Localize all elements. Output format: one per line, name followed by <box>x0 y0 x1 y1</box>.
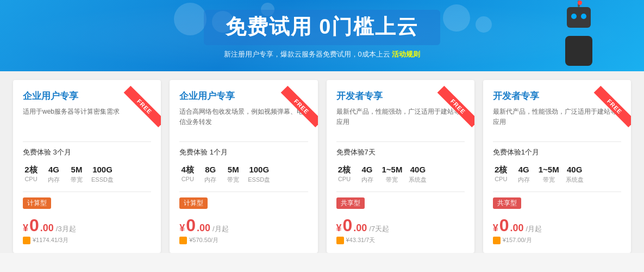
spec-item: 1~5M 带宽 <box>382 165 403 184</box>
specs-row: 4核 CPU 8G 内存 5M 带宽 100G ESSD盘 <box>179 165 308 184</box>
price-integer: 0 <box>186 217 196 234</box>
spec-item: 2核 CPU <box>493 165 509 182</box>
trial-period: 免费体验1个月 <box>493 147 621 157</box>
specs-row: 2核 CPU 4G 内存 1~5M 带宽 40G 系统盘 <box>493 165 621 184</box>
trial-period: 免费体验7天 <box>336 147 465 157</box>
price-original: ¥1174.41/3月 <box>23 236 151 244</box>
card-desc: 适合高网络包收发场景，例如视频弹幕、电信业务转发 <box>179 107 308 134</box>
price-main: ¥ 0 .00 /月起 <box>179 217 308 234</box>
card-desc: 最新代产品，性能强劲，广泛适用于建站等应用 <box>493 107 621 134</box>
price-integer: 0 <box>343 217 353 234</box>
card-desc: 最新代产品，性能强劲，广泛适用于建站等应用 <box>336 107 465 134</box>
price-original: ¥570.50/月 <box>179 236 308 244</box>
card-divider <box>179 141 308 142</box>
card-divider-2 <box>336 191 465 192</box>
spec-item: 40G 系统盘 <box>409 165 427 184</box>
price-period: /月起 <box>526 224 542 234</box>
specs-row: 2核 CPU 4G 内存 5M 带宽 100G ESSD盘 <box>23 165 151 184</box>
price-section: ¥ 0 .00 /3月起 ¥1174.41/3月 <box>23 217 151 244</box>
spec-item: 4G 内存 <box>516 165 532 184</box>
price-decimal: .00 <box>197 222 210 234</box>
banner-title: 免费试用 0门槛上云 <box>204 10 441 45</box>
price-decimal: .00 <box>40 222 54 234</box>
header-banner: 免费试用 0门槛上云 新注册用户专享，爆款云服务器免费试用，0成本上云 活动规则 <box>0 0 644 71</box>
price-main: ¥ 0 .00 /3月起 <box>23 217 151 234</box>
type-badge: 共享型 <box>336 197 365 209</box>
price-original-text: ¥43.31/7天 <box>346 236 376 244</box>
price-original-text: ¥570.50/月 <box>189 236 218 244</box>
spec-item: 100G ESSD盘 <box>248 165 270 184</box>
price-symbol: ¥ <box>23 222 28 234</box>
card-divider-2 <box>23 191 151 192</box>
spec-item: 8G 内存 <box>202 165 218 184</box>
spec-item: 1~5M 带宽 <box>539 165 559 184</box>
type-badge: 计算型 <box>23 197 51 209</box>
price-decimal: .00 <box>353 222 367 234</box>
activity-rules-link[interactable]: 活动规则 <box>392 50 420 58</box>
price-section: ¥ 0 .00 /月起 ¥157.00/月 <box>493 217 621 244</box>
price-original-text: ¥1174.41/3月 <box>33 236 68 244</box>
card-divider <box>23 141 151 142</box>
card-divider <box>493 141 621 142</box>
spec-item: 4G 内存 <box>359 165 376 184</box>
price-decimal: .00 <box>510 222 524 234</box>
spec-item: 4G 内存 <box>46 165 62 184</box>
spec-item: 4核 CPU <box>179 165 196 182</box>
type-badge: 共享型 <box>493 197 521 209</box>
price-section: ¥ 0 .00 /月起 ¥570.50/月 <box>179 217 308 244</box>
card-4[interactable]: FREE 开发者专享 最新代产品，性能强劲，广泛适用于建站等应用 免费体验1个月… <box>483 80 631 253</box>
banner-subtitle: 新注册用户专享，爆款云服务器免费试用，0成本上云 活动规则 <box>0 50 644 59</box>
price-original: ¥157.00/月 <box>493 236 621 244</box>
price-period: /7天起 <box>369 224 389 234</box>
price-symbol: ¥ <box>179 222 185 234</box>
trial-period: 免费体验 3个月 <box>23 147 151 157</box>
price-original-text: ¥157.00/月 <box>503 236 532 244</box>
spec-item: 2核 CPU <box>23 165 39 182</box>
cards-section: FREE 企业用户专享 适用于web服务器等计算密集需求 免费体验 3个月 2核… <box>0 71 644 253</box>
robot-mascot <box>557 3 601 46</box>
price-tag-icon <box>336 237 344 244</box>
price-symbol: ¥ <box>493 222 498 234</box>
price-symbol: ¥ <box>336 222 342 234</box>
price-main: ¥ 0 .00 /月起 <box>493 217 621 234</box>
card-desc: 适用于web服务器等计算密集需求 <box>23 107 151 134</box>
card-1[interactable]: FREE 企业用户专享 适用于web服务器等计算密集需求 免费体验 3个月 2核… <box>13 80 161 253</box>
price-integer: 0 <box>499 217 509 234</box>
card-3[interactable]: FREE 开发者专享 最新代产品，性能强劲，广泛适用于建站等应用 免费体验7天 … <box>327 80 474 253</box>
specs-row: 2核 CPU 4G 内存 1~5M 带宽 40G 系统盘 <box>336 165 465 184</box>
card-divider <box>336 141 465 142</box>
spec-item: 2核 CPU <box>336 165 353 182</box>
trial-period: 免费体验 1个月 <box>179 147 308 157</box>
price-integer: 0 <box>29 217 39 234</box>
spec-item: 5M 带宽 <box>68 165 85 184</box>
card-2[interactable]: FREE 企业用户专享 适合高网络包收发场景，例如视频弹幕、电信业务转发 免费体… <box>170 80 317 253</box>
spec-item: 40G 系统盘 <box>566 165 584 184</box>
price-period: /月起 <box>212 224 229 234</box>
card-divider-2 <box>493 191 621 192</box>
price-original: ¥43.31/7天 <box>336 236 465 244</box>
price-main: ¥ 0 .00 /7天起 <box>336 217 465 234</box>
price-tag-icon <box>179 237 187 244</box>
price-section: ¥ 0 .00 /7天起 ¥43.31/7天 <box>336 217 465 244</box>
spec-item: 5M 带宽 <box>225 165 241 184</box>
type-badge: 计算型 <box>179 197 208 209</box>
card-divider-2 <box>179 191 308 192</box>
price-period: /3月起 <box>56 224 76 234</box>
price-tag-icon <box>23 237 30 244</box>
price-tag-icon <box>493 237 501 244</box>
spec-item: 100G ESSD盘 <box>91 165 114 184</box>
